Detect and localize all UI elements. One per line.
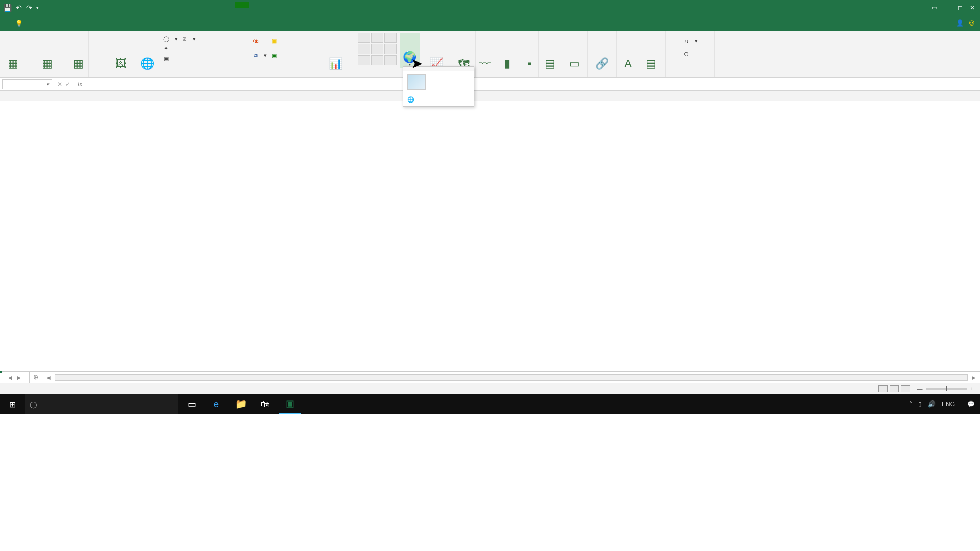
normal-view-button[interactable] bbox=[878, 385, 888, 392]
screenshot-button[interactable]: ⎚ ▾ bbox=[181, 35, 196, 43]
globe-icon: 🌐 bbox=[407, 96, 414, 103]
icons-button[interactable]: ✦ bbox=[162, 44, 178, 53]
start-button[interactable]: ⊞ bbox=[0, 399, 24, 409]
ribbon: ▦ ▦ ▦ 🖼 🌐 ◯ ▾ ✦ ▣ ⎚ ▾ 🛍 ⧉ ▾ bbox=[0, 31, 980, 78]
bing-maps-button[interactable]: ▣ bbox=[270, 37, 280, 45]
timeline-button[interactable]: ▭ bbox=[563, 33, 586, 68]
pivotchart-button[interactable]: 📈 bbox=[423, 33, 450, 68]
sheet-nav-next-icon[interactable]: ► bbox=[16, 374, 22, 381]
minimize-icon[interactable]: — bbox=[944, 4, 950, 11]
contextual-tab-label bbox=[235, 2, 249, 8]
maximize-icon[interactable]: ◻ bbox=[958, 4, 963, 11]
zoom-slider[interactable] bbox=[926, 388, 967, 390]
maps-dropdown-section bbox=[403, 67, 474, 71]
sparkline-column-button[interactable]: ▮ bbox=[497, 33, 518, 68]
save-icon[interactable]: 💾 bbox=[3, 4, 12, 12]
select-all-corner[interactable] bbox=[0, 91, 14, 101]
pivottable-button[interactable]: ▦ bbox=[1, 33, 26, 68]
enter-formula-icon[interactable]: ✓ bbox=[65, 81, 70, 88]
smartart-button[interactable]: ▣ bbox=[162, 54, 178, 62]
store-taskbar-icon[interactable]: 🛍 bbox=[254, 394, 277, 414]
qat-dropdown-icon[interactable]: ▾ bbox=[36, 5, 39, 10]
redo-icon[interactable]: ↷ bbox=[26, 4, 32, 12]
pictures-button[interactable]: 🖼 bbox=[109, 33, 133, 68]
windows-taskbar: ⊞ ◯ ▭ e 📁 🛍 ▣ ˄ ▯ 🔊 ENG 💬 bbox=[0, 394, 980, 414]
online-pictures-button[interactable]: 🌐 bbox=[136, 33, 159, 68]
close-icon[interactable]: ✕ bbox=[970, 4, 975, 11]
tray-chevron-icon[interactable]: ˄ bbox=[909, 400, 912, 408]
edge-taskbar-icon[interactable]: e bbox=[205, 394, 228, 414]
volume-icon[interactable]: 🔊 bbox=[928, 400, 936, 408]
share-button[interactable]: 👤 bbox=[956, 19, 964, 27]
sparkline-line-button[interactable]: 〰 bbox=[476, 33, 494, 68]
zoom-in-button[interactable]: + bbox=[970, 386, 973, 392]
slicer-button[interactable]: ▤ bbox=[541, 33, 560, 68]
file-explorer-icon[interactable]: 📁 bbox=[230, 394, 252, 414]
fx-icon[interactable]: fx bbox=[74, 81, 86, 88]
textbox-button[interactable]: A bbox=[620, 33, 637, 68]
filled-map-option[interactable] bbox=[407, 74, 426, 90]
cancel-formula-icon[interactable]: ✕ bbox=[57, 81, 62, 88]
network-icon[interactable]: ▯ bbox=[918, 400, 922, 408]
maps-dropdown-menu: 🌐 bbox=[403, 66, 474, 107]
new-sheet-button[interactable]: ⊕ bbox=[30, 372, 42, 383]
more-map-charts-option[interactable]: 🌐 bbox=[403, 93, 474, 106]
hyperlink-button[interactable]: 🔗 bbox=[590, 33, 615, 68]
3d-map-button[interactable]: 🗺 bbox=[453, 33, 474, 68]
people-graph-button[interactable]: ▣ bbox=[270, 51, 280, 59]
locale-indicator[interactable]: ENG bbox=[942, 400, 955, 408]
bulb-icon: 💡 bbox=[15, 20, 23, 27]
excel-taskbar-icon[interactable]: ▣ bbox=[279, 394, 301, 414]
recommended-charts-button[interactable]: 📊 bbox=[317, 33, 355, 68]
recommended-pivottables-button[interactable]: ▦ bbox=[29, 33, 66, 68]
name-box[interactable] bbox=[2, 79, 52, 89]
page-layout-view-button[interactable] bbox=[890, 385, 899, 392]
undo-icon[interactable]: ↶ bbox=[16, 4, 22, 12]
formula-input[interactable] bbox=[86, 79, 980, 89]
shapes-button[interactable]: ◯ ▾ bbox=[162, 35, 178, 43]
sheet-nav-prev-icon[interactable]: ◄ bbox=[7, 374, 13, 381]
zoom-out-button[interactable]: — bbox=[917, 386, 923, 392]
status-bar: — + bbox=[0, 383, 980, 394]
horizontal-scrollbar[interactable]: ◄► bbox=[42, 372, 980, 383]
page-break-view-button[interactable] bbox=[901, 385, 910, 392]
ribbon-tabs: 💡 👤 ☺ bbox=[0, 15, 980, 31]
equation-button[interactable]: π ▾ bbox=[682, 37, 698, 45]
sparkline-winloss-button[interactable]: ▪ bbox=[521, 33, 538, 68]
task-view-button[interactable]: ▭ bbox=[181, 394, 203, 414]
my-addins-button[interactable]: ⧉ ▾ bbox=[252, 51, 267, 59]
titlebar: 💾 ↶ ↷ ▾ ▭ — ◻ ✕ bbox=[0, 0, 980, 15]
symbol-button[interactable]: Ω bbox=[682, 50, 698, 58]
chart-type-gallery[interactable] bbox=[358, 33, 397, 65]
notification-icon[interactable]: 💬 bbox=[967, 400, 975, 408]
sheet-tab-bar: ◄ ► ⊕ ◄► bbox=[0, 371, 980, 383]
maps-button[interactable]: 🌍▾ bbox=[400, 33, 420, 68]
formula-bar: ✕ ✓ fx bbox=[0, 78, 980, 91]
header-footer-button[interactable]: ▤ bbox=[640, 33, 663, 68]
tell-me-search[interactable]: 💡 bbox=[15, 20, 26, 31]
table-button[interactable]: ▦ bbox=[69, 33, 88, 68]
spreadsheet-grid[interactable] bbox=[0, 91, 980, 371]
cortana-search[interactable]: ◯ bbox=[24, 394, 178, 414]
ribbon-options-icon[interactable]: ▭ bbox=[932, 4, 937, 11]
store-button[interactable]: 🛍 bbox=[252, 37, 267, 45]
feedback-smile-icon[interactable]: ☺ bbox=[968, 18, 976, 28]
cortana-icon: ◯ bbox=[30, 400, 37, 408]
